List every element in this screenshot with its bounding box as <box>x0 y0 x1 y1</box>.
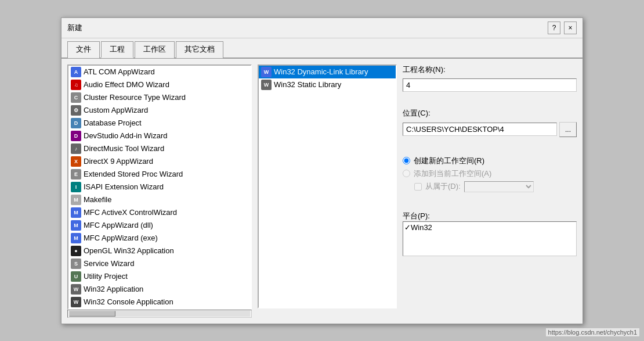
list-item-icon: I <box>71 182 81 192</box>
list-item-icon: D <box>71 131 81 141</box>
list-item-label: ISAPI Extension Wizard <box>84 182 164 191</box>
list-item[interactable]: MMakefile <box>68 193 251 206</box>
list-item-label: DirectMusic Tool Wizard <box>84 144 164 153</box>
list-item-icon: M <box>71 233 81 243</box>
project-name-label: 工程名称(N): <box>403 64 577 75</box>
list-item[interactable]: ⚙Custom AppWizard <box>68 104 251 117</box>
list-item[interactable]: EExtended Stored Proc Wizard <box>68 168 251 181</box>
list-item-label: Database Project <box>84 119 142 127</box>
title-bar-controls: ? × <box>548 21 577 34</box>
platform-section: 平台(P): ✓Win32 <box>403 211 577 256</box>
tab-project[interactable]: 工程 <box>101 41 133 58</box>
tab-workspace[interactable]: 工作区 <box>135 41 175 58</box>
list-item-icon: ♪ <box>71 143 81 154</box>
add-workspace-label: 添加到当前工作空间(A) <box>414 168 491 179</box>
platform-item-win32: ✓Win32 <box>404 223 575 232</box>
footer-note: https://blog.csdn.net/chychych1 <box>546 328 639 336</box>
list-item-label: Cluster Resource Type Wizard <box>84 93 186 102</box>
list-item-icon: ⚙ <box>71 105 81 116</box>
create-workspace-radio[interactable] <box>403 157 410 164</box>
list-item-icon: M <box>71 207 81 218</box>
list-item-label: MFC AppWizard (exe) <box>84 234 158 242</box>
list-item[interactable]: DDevStudio Add-in Wizard <box>68 130 251 142</box>
list-item-icon: W <box>71 284 81 295</box>
list-item-label: DevStudio Add-in Wizard <box>84 131 168 140</box>
platform-win32-label: ✓Win32 <box>404 223 432 232</box>
right-list-item[interactable]: WWin32 Dynamic-Link Library <box>259 66 396 78</box>
content-area: AATL COM AppWizard♫Audio Effect DMO Wiza… <box>61 59 583 324</box>
tab-other[interactable]: 其它文档 <box>176 41 223 58</box>
list-item[interactable]: ♫Audio Effect DMO Wizard <box>68 78 251 91</box>
list-item-label: DirectX 9 AppWizard <box>84 157 153 166</box>
create-workspace-label: 创建新的工作空间(R) <box>414 156 484 166</box>
list-item-icon: E <box>71 169 81 180</box>
list-item[interactable]: MMFC ActiveX ControlWizard <box>68 206 251 219</box>
list-item-icon: D <box>71 118 81 128</box>
list-item-icon: C <box>71 92 81 103</box>
list-item-label: Service Wizard <box>84 259 134 268</box>
close-button[interactable]: × <box>564 21 577 34</box>
main-window: 新建 ? × 文件 工程 工作区 其它文档 AATL COM AppWizard… <box>61 17 583 324</box>
list-item-icon: ● <box>71 246 81 256</box>
tab-bar: 文件 工程 工作区 其它文档 <box>61 38 583 59</box>
list-item[interactable]: ♪DirectMusic Tool Wizard <box>68 142 251 155</box>
help-button[interactable]: ? <box>548 21 560 34</box>
project-type-list[interactable]: AATL COM AppWizard♫Audio Effect DMO Wiza… <box>67 64 252 310</box>
list-item-icon: M <box>71 195 81 205</box>
list-item-label: Win32 Console Application <box>84 297 173 306</box>
window-title: 新建 <box>67 23 82 33</box>
add-workspace-row: 添加到当前工作空间(A) <box>403 168 577 179</box>
list-item-label: Custom AppWizard <box>84 106 148 114</box>
right-list-item-icon: W <box>261 67 272 77</box>
list-item-label: Audio Effect DMO Wizard <box>84 80 169 89</box>
list-item-label: Makefile <box>84 195 111 204</box>
left-list-container: AATL COM AppWizard♫Audio Effect DMO Wiza… <box>67 64 252 318</box>
project-name-input[interactable] <box>403 78 577 92</box>
list-item[interactable]: IISAPI Extension Wizard <box>68 181 251 193</box>
location-label: 位置(C): <box>403 108 577 119</box>
list-item-icon: U <box>71 271 81 282</box>
add-workspace-radio[interactable] <box>403 170 410 177</box>
list-item[interactable]: XDirectX 9 AppWizard <box>68 155 251 168</box>
list-item[interactable]: CCluster Resource Type Wizard <box>68 91 251 104</box>
right-list-item[interactable]: WWin32 Static Library <box>259 78 396 91</box>
platform-list[interactable]: ✓Win32 <box>403 221 577 256</box>
list-item-icon: X <box>71 156 81 167</box>
list-item-icon: ♫ <box>71 80 81 90</box>
depend-row: 从属于(D): <box>403 181 577 192</box>
create-workspace-row: 创建新的工作空间(R) <box>403 156 577 166</box>
right-form-panel: 工程名称(N): 位置(C): ... 创建新的工作空间(R) 添加到当前工作空… <box>403 64 577 318</box>
workspace-options: 创建新的工作空间(R) 添加到当前工作空间(A) 从属于(D): <box>403 153 577 195</box>
depend-select[interactable] <box>464 181 534 192</box>
location-input[interactable] <box>403 123 557 136</box>
tab-file[interactable]: 文件 <box>67 41 100 58</box>
list-item-icon: S <box>71 259 81 269</box>
list-item[interactable]: SService Wizard <box>68 257 251 270</box>
location-row: ... <box>403 122 577 137</box>
list-item-icon: A <box>71 67 81 77</box>
wizard-list[interactable]: WWin32 Dynamic-Link LibraryWWin32 Static… <box>258 64 397 308</box>
list-item-label: MFC ActiveX ControlWizard <box>84 208 177 217</box>
list-item[interactable]: WWin32 Application <box>68 283 251 296</box>
list-item[interactable]: UUtility Project <box>68 270 251 283</box>
depend-checkbox[interactable] <box>414 183 422 191</box>
list-item-label: Win32 Application <box>84 285 143 293</box>
list-item-icon: W <box>71 297 81 307</box>
list-item[interactable]: AATL COM AppWizard <box>68 66 251 78</box>
list-item-label: ATL COM AppWizard <box>84 67 155 76</box>
horizontal-scrollbar[interactable] <box>67 310 252 318</box>
list-item[interactable]: DDatabase Project <box>68 117 251 130</box>
right-list-item-label: Win32 Static Library <box>274 80 341 89</box>
list-item-label: Extended Stored Proc Wizard <box>84 170 183 178</box>
title-bar: 新建 ? × <box>61 18 583 38</box>
browse-button[interactable]: ... <box>559 122 577 137</box>
right-list-item-label: Win32 Dynamic-Link Library <box>274 67 368 76</box>
list-item[interactable]: WWin32 Console Application <box>68 296 251 308</box>
list-item[interactable]: MMFC AppWizard (exe) <box>68 232 251 245</box>
list-item[interactable]: MMFC AppWizard (dll) <box>68 219 251 232</box>
list-item-label: Utility Project <box>84 272 128 281</box>
depend-label: 从属于(D): <box>425 181 461 192</box>
list-item-label: MFC AppWizard (dll) <box>84 221 153 229</box>
list-item[interactable]: ●OpenGL Win32 Application <box>68 245 251 257</box>
platform-label: 平台(P): <box>403 211 430 220</box>
